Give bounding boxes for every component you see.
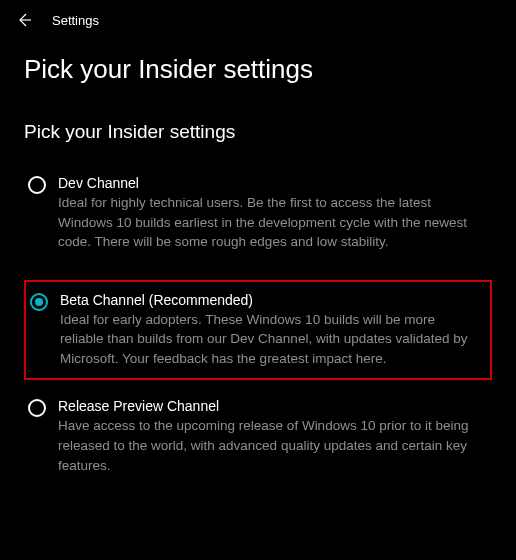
header-title: Settings <box>52 13 99 28</box>
page-title: Pick your Insider settings <box>24 54 492 85</box>
option-dev-channel[interactable]: Dev Channel Ideal for highly technical u… <box>24 169 492 258</box>
option-release-preview-channel[interactable]: Release Preview Channel Have access to t… <box>24 392 492 481</box>
option-description-release: Have access to the upcoming release of W… <box>58 416 478 475</box>
header-bar: Settings <box>0 0 516 40</box>
radio-dev-channel[interactable] <box>28 176 46 194</box>
option-content: Dev Channel Ideal for highly technical u… <box>58 175 488 252</box>
option-label-dev: Dev Channel <box>58 175 488 191</box>
back-icon[interactable] <box>16 12 32 28</box>
option-beta-channel[interactable]: Beta Channel (Recommended) Ideal for ear… <box>24 280 492 381</box>
section-title: Pick your Insider settings <box>24 121 492 143</box>
option-content: Release Preview Channel Have access to t… <box>58 398 488 475</box>
option-label-release: Release Preview Channel <box>58 398 488 414</box>
content-area: Pick your Insider settings Pick your Ins… <box>0 40 516 517</box>
option-description-beta: Ideal for early adopters. These Windows … <box>60 310 480 369</box>
option-content: Beta Channel (Recommended) Ideal for ear… <box>60 292 486 369</box>
radio-beta-channel[interactable] <box>30 293 48 311</box>
option-label-beta: Beta Channel (Recommended) <box>60 292 486 308</box>
option-description-dev: Ideal for highly technical users. Be the… <box>58 193 478 252</box>
radio-release-preview-channel[interactable] <box>28 399 46 417</box>
